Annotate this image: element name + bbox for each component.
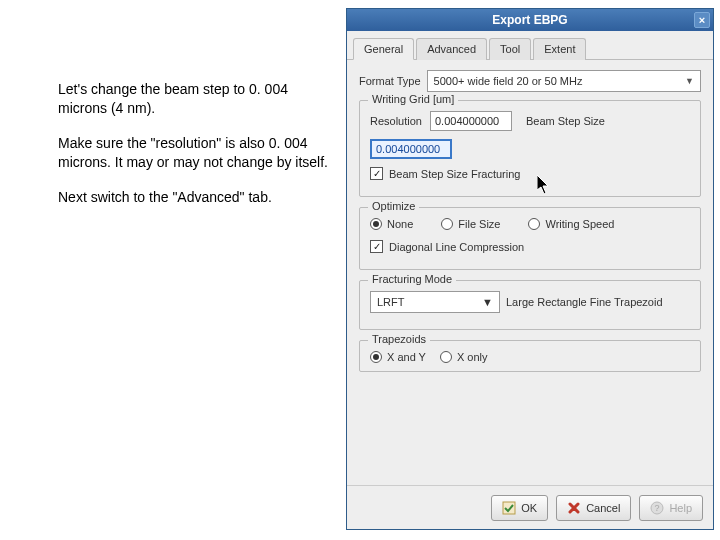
tab-extent[interactable]: Extent (533, 38, 586, 60)
format-type-label: Format Type (359, 75, 421, 87)
ok-icon (502, 501, 516, 515)
writing-grid-group: Writing Grid [um] Resolution 0.004000000… (359, 100, 701, 197)
help-button-label: Help (669, 502, 692, 514)
fracturing-mode-value: LRFT (377, 296, 405, 308)
format-type-select[interactable]: 5000+ wide field 20 or 50 MHz ▼ (427, 70, 701, 92)
chevron-down-icon: ▼ (685, 76, 694, 86)
tab-general[interactable]: General (353, 38, 414, 60)
trapezoids-xonly-radio[interactable] (440, 351, 452, 363)
beam-step-fracturing-label: Beam Step Size Fracturing (389, 168, 520, 180)
trapezoids-group: Trapezoids X and Y X only (359, 340, 701, 372)
format-type-value: 5000+ wide field 20 or 50 MHz (434, 75, 583, 87)
optimize-filesize-radio[interactable] (441, 218, 453, 230)
optimize-speed-label: Writing Speed (545, 218, 614, 230)
trapezoids-xy-radio[interactable] (370, 351, 382, 363)
optimize-group: Optimize None File Size Writing Speed Di… (359, 207, 701, 270)
fracturing-mode-select[interactable]: LRFT ▼ (370, 291, 500, 313)
diagonal-compression-checkbox[interactable] (370, 240, 383, 253)
fracturing-mode-title: Fracturing Mode (368, 273, 456, 285)
ok-button[interactable]: OK (491, 495, 548, 521)
instruction-p3: Next switch to the "Advanced" tab. (58, 188, 328, 207)
cancel-icon (567, 501, 581, 515)
format-type-row: Format Type 5000+ wide field 20 or 50 MH… (359, 70, 701, 92)
optimize-speed-radio[interactable] (528, 218, 540, 230)
titlebar[interactable]: Export EBPG × (347, 9, 713, 31)
tab-advanced[interactable]: Advanced (416, 38, 487, 60)
optimize-title: Optimize (368, 200, 419, 212)
cancel-button[interactable]: Cancel (556, 495, 631, 521)
optimize-options: None File Size Writing Speed (370, 218, 690, 230)
tab-content: Format Type 5000+ wide field 20 or 50 MH… (347, 60, 713, 485)
help-icon: ? (650, 501, 664, 515)
resolution-label: Resolution (370, 115, 422, 127)
writing-grid-title: Writing Grid [um] (368, 93, 458, 105)
trapezoids-xy-label: X and Y (387, 351, 426, 363)
svg-text:?: ? (655, 503, 660, 513)
button-bar: OK Cancel ? Help (347, 485, 713, 529)
resolution-input[interactable]: 0.004000000 (430, 111, 512, 131)
export-ebpg-dialog: Export EBPG × General Advanced Tool Exte… (346, 8, 714, 530)
tab-row: General Advanced Tool Extent (347, 31, 713, 60)
ok-button-label: OK (521, 502, 537, 514)
diagonal-compression-label: Diagonal Line Compression (389, 241, 524, 253)
beam-step-size-input[interactable]: 0.004000000 (370, 139, 452, 159)
tab-tool[interactable]: Tool (489, 38, 531, 60)
chevron-down-icon: ▼ (482, 296, 493, 308)
fracturing-mode-group: Fracturing Mode LRFT ▼ Large Rectangle F… (359, 280, 701, 330)
cancel-button-label: Cancel (586, 502, 620, 514)
trapezoids-title: Trapezoids (368, 333, 430, 345)
window-title: Export EBPG (492, 13, 567, 27)
trapezoids-xonly-label: X only (457, 351, 488, 363)
instruction-text: Let's change the beam step to 0. 004 mic… (58, 80, 328, 222)
instruction-p1: Let's change the beam step to 0. 004 mic… (58, 80, 328, 118)
instruction-p2: Make sure the "resolution" is also 0. 00… (58, 134, 328, 172)
optimize-none-label: None (387, 218, 413, 230)
optimize-none-radio[interactable] (370, 218, 382, 230)
help-button[interactable]: ? Help (639, 495, 703, 521)
svg-rect-0 (503, 502, 515, 514)
beam-step-fracturing-checkbox[interactable] (370, 167, 383, 180)
close-button[interactable]: × (694, 12, 710, 28)
beam-step-size-label: Beam Step Size (526, 115, 605, 127)
fracturing-mode-desc: Large Rectangle Fine Trapezoid (506, 296, 663, 308)
optimize-filesize-label: File Size (458, 218, 500, 230)
